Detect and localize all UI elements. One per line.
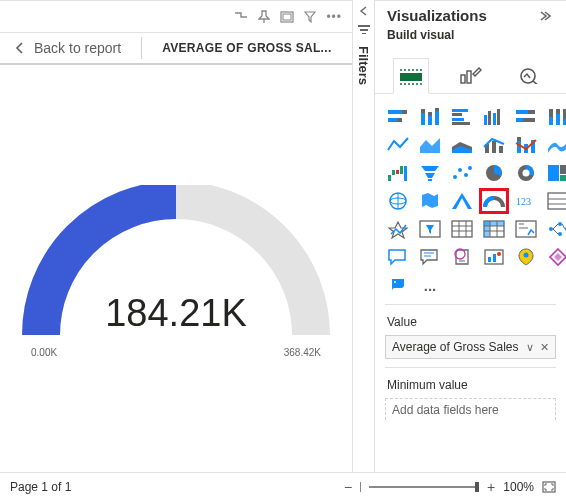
gauge-max-label: 368.42K	[284, 347, 321, 358]
more-options-icon[interactable]: •••	[326, 10, 342, 24]
viz-type-ribbon[interactable]	[545, 134, 566, 156]
gauge-visual[interactable]: 184.21K 0.00K 368.42K	[0, 185, 352, 340]
collapse-viz-pane-icon[interactable]	[540, 11, 554, 21]
viz-type-r-visual[interactable]	[513, 218, 539, 240]
svg-rect-9	[467, 71, 471, 83]
back-to-report-button[interactable]: Back to report	[14, 40, 121, 56]
svg-rect-74	[548, 193, 566, 209]
viz-type-stacked-column-100[interactable]	[545, 106, 566, 128]
svg-point-58	[453, 175, 457, 179]
zoom-slider[interactable]	[369, 486, 479, 488]
viz-type-table[interactable]	[449, 218, 475, 240]
viz-type-slicer[interactable]	[417, 218, 443, 240]
viz-type-stacked-bar-100[interactable]	[513, 106, 539, 128]
filters-label[interactable]: Filters	[356, 46, 371, 85]
svg-point-95	[549, 227, 553, 231]
svg-rect-67	[560, 175, 566, 181]
viz-type-area[interactable]	[417, 134, 443, 156]
field-section-value-label: Value	[385, 313, 556, 335]
viz-type-qa[interactable]	[385, 246, 411, 268]
zoom-in-button[interactable]: +	[487, 479, 495, 495]
svg-line-100	[553, 229, 558, 234]
viz-type-gauge[interactable]	[481, 190, 507, 212]
viz-type-scatter[interactable]	[449, 162, 475, 184]
tab-format-visual[interactable]	[453, 57, 489, 93]
svg-rect-29	[497, 109, 500, 125]
focus-mode-icon[interactable]	[280, 11, 294, 23]
zoom-percent[interactable]: 100%	[503, 480, 534, 494]
svg-rect-92	[516, 221, 536, 237]
svg-text:123: 123	[516, 196, 531, 207]
viz-type-azure-map[interactable]	[449, 190, 475, 212]
viz-type-line-clustered-column[interactable]	[481, 134, 507, 156]
svg-rect-3	[360, 29, 368, 31]
viz-type-funnel[interactable]	[417, 162, 443, 184]
report-canvas-column: ••• Back to report AVERAGE OF GROSS SAL.…	[0, 0, 353, 472]
viz-type-kpi[interactable]	[385, 218, 411, 240]
field-value-text: Average of Gross Sales	[392, 340, 520, 354]
svg-point-61	[468, 166, 472, 170]
page-indicator[interactable]: Page 1 of 1	[10, 480, 71, 494]
viz-type-python[interactable]	[385, 274, 411, 296]
viz-pane-tabs	[375, 50, 566, 94]
svg-rect-18	[428, 116, 432, 125]
tab-build-visual[interactable]	[393, 58, 429, 94]
svg-rect-57	[428, 179, 432, 181]
expand-filters-icon[interactable]	[358, 6, 370, 16]
viz-type-donut[interactable]	[513, 162, 539, 184]
svg-point-97	[558, 232, 562, 236]
svg-rect-51	[392, 170, 395, 175]
viz-type-paginated[interactable]	[449, 246, 475, 268]
zoom-out-button[interactable]: −	[344, 479, 352, 495]
viz-type-card[interactable]: 123	[513, 190, 539, 212]
svg-rect-66	[560, 165, 566, 174]
drill-up-icon[interactable]	[234, 12, 248, 22]
svg-rect-27	[488, 111, 491, 125]
viz-type-smart-narrative[interactable]	[417, 246, 443, 268]
canvas-area: 184.21K 0.00K 368.42K	[0, 65, 352, 472]
svg-rect-44	[492, 141, 496, 153]
pin-icon[interactable]	[258, 10, 270, 24]
zoom-fit-icon[interactable]	[542, 481, 556, 493]
svg-rect-8	[461, 75, 465, 83]
viz-type-data-story[interactable]	[481, 246, 507, 268]
svg-rect-65	[548, 165, 559, 181]
viz-type-stacked-column[interactable]	[417, 106, 443, 128]
field-remove-icon[interactable]: ✕	[540, 341, 549, 354]
filters-icon	[357, 24, 371, 34]
viz-type-line-stacked-column[interactable]	[513, 134, 539, 156]
svg-point-108	[497, 252, 501, 256]
svg-rect-106	[488, 257, 491, 262]
viz-type-waterfall[interactable]	[385, 162, 411, 184]
viz-type-clustered-column[interactable]	[481, 106, 507, 128]
viz-type-arcgis[interactable]	[513, 246, 539, 268]
field-well-min-placeholder[interactable]: Add data fields here	[385, 398, 556, 420]
svg-rect-53	[400, 166, 403, 174]
viz-type-treemap[interactable]	[545, 162, 566, 184]
viz-type-power-apps[interactable]	[545, 246, 566, 268]
viz-type-stacked-bar[interactable]	[385, 106, 411, 128]
viz-pane-title: Visualizations	[387, 7, 532, 24]
viz-type-stacked-area[interactable]	[449, 134, 475, 156]
svg-rect-2	[358, 25, 370, 27]
svg-point-110	[394, 281, 396, 283]
viz-type-multi-row-card[interactable]	[545, 190, 566, 212]
viz-type-decomposition-tree[interactable]	[545, 218, 566, 240]
field-menu-icon[interactable]: ∨	[526, 341, 534, 354]
tab-analytics[interactable]	[512, 57, 548, 93]
viz-type-map[interactable]	[385, 190, 411, 212]
viz-type-pie[interactable]	[481, 162, 507, 184]
viz-type-filled-map[interactable]	[417, 190, 443, 212]
viz-type-clustered-bar[interactable]	[449, 106, 475, 128]
visualizations-pane: Visualizations Build visual 123... Value…	[375, 0, 566, 472]
visual-type-grid: 123...	[385, 106, 556, 296]
viz-type-line[interactable]	[385, 134, 411, 156]
viz-more-button[interactable]: ...	[417, 274, 443, 296]
divider	[141, 37, 142, 59]
field-well-value[interactable]: Average of Gross Sales ∨ ✕	[385, 335, 556, 359]
svg-rect-37	[556, 114, 560, 125]
viz-type-matrix[interactable]	[481, 218, 507, 240]
svg-marker-55	[421, 166, 439, 171]
filter-icon[interactable]	[304, 11, 316, 23]
svg-rect-26	[484, 115, 487, 125]
